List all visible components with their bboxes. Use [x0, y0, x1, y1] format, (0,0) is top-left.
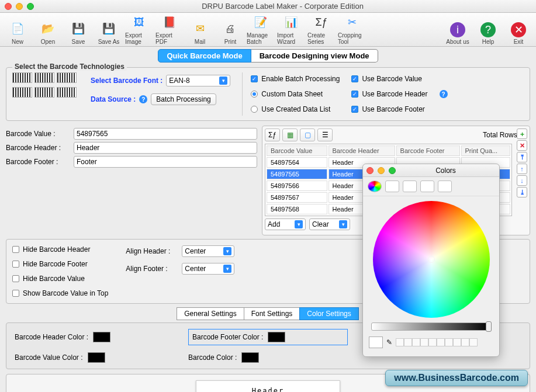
- current-color-swatch[interactable]: [369, 337, 383, 348]
- tab-designing-mode[interactable]: Barcode Designing view Mode: [251, 49, 378, 63]
- barcode-tech-icon[interactable]: [34, 72, 54, 83]
- print-button[interactable]: 🖨Print: [216, 20, 244, 45]
- tab-color-settings[interactable]: Color Settings: [299, 307, 358, 320]
- barcode-tech-icon[interactable]: [12, 72, 32, 83]
- cropping-tool-button[interactable]: ✂Cropping Tool: [338, 13, 366, 45]
- use-header-checkbox[interactable]: ✓: [351, 91, 358, 98]
- zoom-window-icon[interactable]: [27, 3, 34, 10]
- add-row-button[interactable]: ＋: [517, 129, 527, 139]
- chevron-down-icon: ▾: [223, 265, 231, 273]
- tab-font-settings[interactable]: Font Settings: [244, 307, 300, 320]
- batch-excel-button[interactable]: ▦: [282, 129, 298, 141]
- barcode-color-swatch[interactable]: [241, 352, 259, 363]
- move-top-button[interactable]: ⤒: [517, 152, 527, 162]
- exit-button[interactable]: ✕Exit: [504, 22, 532, 45]
- close-icon[interactable]: [366, 167, 374, 174]
- barcode-header-input[interactable]: [74, 142, 257, 154]
- window-title: DRPU Barcode Label Maker - Corporate Edi…: [34, 2, 531, 11]
- barcode-font-select[interactable]: EAN-8▾: [166, 75, 230, 86]
- custom-sheet-radio[interactable]: [251, 91, 258, 98]
- footer-color-swatch[interactable]: [268, 332, 285, 342]
- color-picker-popup: Colors ✎: [362, 164, 500, 357]
- value-color-label: Barcode Value Color :: [15, 353, 83, 362]
- color-sliders-mode-icon[interactable]: [385, 181, 399, 192]
- batch-formula-button[interactable]: Σƒ: [265, 129, 280, 141]
- header-color-label: Barcode Header Color :: [15, 333, 88, 341]
- batch-notes-button[interactable]: ▢: [300, 129, 315, 141]
- align-footer-select[interactable]: Center▾: [182, 263, 234, 275]
- barcode-tech-icon[interactable]: [57, 87, 77, 98]
- value-top-checkbox[interactable]: [12, 290, 19, 297]
- minimize-window-icon[interactable]: [16, 3, 23, 10]
- delete-row-button[interactable]: ✕: [517, 140, 527, 151]
- hide-footer-checkbox[interactable]: [12, 261, 19, 268]
- save-button[interactable]: 💾Save: [64, 20, 92, 45]
- use-footer-checkbox[interactable]: ✓: [351, 106, 358, 113]
- traffic-lights: [5, 3, 34, 10]
- export-pdf-button[interactable]: 📕Export PDF: [155, 13, 184, 45]
- barcode-tech-icon[interactable]: [12, 87, 32, 98]
- barcode-header-label: Barcode Header :: [6, 144, 70, 152]
- tab-general-settings[interactable]: General Settings: [177, 307, 244, 320]
- slider-knob[interactable]: [486, 321, 492, 332]
- tab-quick-mode[interactable]: Quick Barcode Mode: [158, 49, 251, 63]
- color-crosshair-icon[interactable]: [428, 256, 435, 263]
- preview-header: Header: [207, 387, 329, 393]
- move-up-button[interactable]: ↑: [517, 164, 527, 174]
- barcode-tech-icon[interactable]: [57, 72, 77, 83]
- barcode-tech-icon[interactable]: [34, 87, 54, 98]
- value-color-swatch[interactable]: [88, 352, 105, 363]
- manage-batch-button[interactable]: 📝Manage Batch: [247, 13, 275, 45]
- hide-value-checkbox[interactable]: [12, 275, 19, 282]
- export-image-button[interactable]: 🖼Export Image: [125, 13, 153, 45]
- color-wheel-mode-icon[interactable]: [368, 181, 382, 192]
- use-value-checkbox[interactable]: ✓: [351, 75, 358, 82]
- batch-clear-select[interactable]: Clear▾: [309, 218, 350, 230]
- color-slots[interactable]: [396, 338, 478, 346]
- color-crayons-mode-icon[interactable]: [438, 181, 452, 192]
- close-window-icon[interactable]: [5, 3, 12, 10]
- watermark: www.BusinessBarcode.com: [385, 370, 528, 386]
- import-wizard-button[interactable]: 📊Import Wizard: [277, 13, 305, 45]
- eyedropper-icon[interactable]: ✎: [386, 338, 392, 346]
- color-popup-title: Colors: [396, 166, 496, 175]
- create-series-button[interactable]: ΣƒCreate Series: [307, 13, 336, 45]
- save-as-button[interactable]: 💾Save As: [95, 20, 123, 45]
- open-button[interactable]: 📂Open: [34, 20, 62, 45]
- align-header-select[interactable]: Center▾: [182, 245, 234, 257]
- help-button[interactable]: ?Help: [474, 22, 502, 45]
- total-rows-label: Total Rows :: [483, 131, 521, 139]
- technologies-legend: Select the Barcode Technologies: [12, 63, 127, 71]
- new-button[interactable]: 📄New: [4, 20, 32, 45]
- batch-add-select[interactable]: Add▾: [265, 218, 306, 230]
- mail-button[interactable]: ✉Mail: [186, 20, 214, 45]
- enable-batch-checkbox[interactable]: ✓: [251, 75, 258, 82]
- window-titlebar: DRPU Barcode Label Maker - Corporate Edi…: [0, 0, 536, 13]
- batch-processing-button[interactable]: Batch Processing: [151, 93, 216, 105]
- color-image-mode-icon[interactable]: [420, 181, 434, 192]
- batch-list-button[interactable]: ☰: [317, 129, 333, 141]
- header-color-swatch[interactable]: [93, 332, 110, 342]
- about-button[interactable]: iAbout us: [444, 22, 472, 45]
- barcode-value-label: Barcode Value :: [6, 130, 70, 138]
- footer-color-label: Barcode Footer Color :: [192, 333, 263, 341]
- barcode-value-input[interactable]: [74, 128, 257, 140]
- color-wheel[interactable]: [373, 201, 490, 318]
- brightness-slider[interactable]: [371, 322, 491, 331]
- help-icon[interactable]: ?: [440, 90, 448, 98]
- technologies-panel: Select the Barcode Technologies Select B…: [6, 67, 530, 121]
- zoom-icon[interactable]: [389, 167, 396, 174]
- barcode-footer-input[interactable]: [74, 156, 257, 168]
- chevron-down-icon: ▾: [223, 247, 231, 255]
- hide-header-checkbox[interactable]: [12, 246, 19, 253]
- color-palette-mode-icon[interactable]: [403, 181, 417, 192]
- traffic-lights: [366, 167, 396, 174]
- help-icon[interactable]: ?: [139, 95, 147, 103]
- move-bottom-button[interactable]: ⤓: [517, 187, 527, 197]
- move-down-button[interactable]: ↓: [517, 175, 527, 186]
- select-font-label: Select Barcode Font :: [91, 77, 162, 85]
- barcode-color-label: Barcode Color :: [188, 353, 237, 362]
- barcode-footer-label: Barcode Footer :: [6, 158, 70, 166]
- minimize-icon[interactable]: [378, 167, 385, 174]
- created-list-radio[interactable]: [251, 106, 258, 113]
